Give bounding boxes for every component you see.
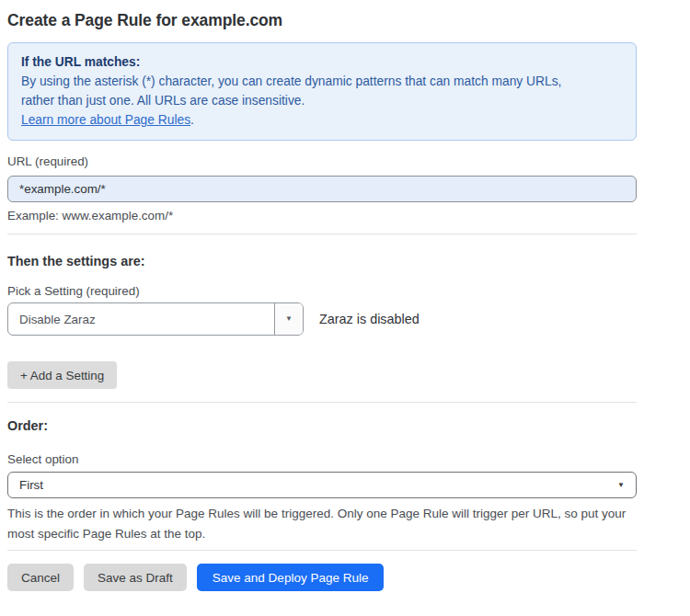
url-input[interactable] [7, 176, 637, 202]
add-setting-button[interactable]: + Add a Setting [7, 361, 117, 389]
setting-picker-label: Pick a Setting (required) [7, 284, 637, 298]
page-rule-form: Create a Page Rule for example.com If th… [0, 0, 637, 591]
url-match-info-box: If the URL matches: By using the asteris… [7, 42, 637, 141]
order-select-value: First [19, 478, 43, 492]
chevron-down-icon: ▼ [285, 315, 293, 323]
page-title: Create a Page Rule for example.com [7, 11, 637, 30]
section-divider [7, 402, 637, 403]
order-helper-line2: most specific Page Rules at the top. [7, 527, 205, 541]
info-box-link-line: Learn more about Page Rules. [21, 110, 623, 130]
order-helper-text: This is the order in which your Page Rul… [7, 504, 637, 544]
setting-select-value: Disable Zaraz [8, 303, 274, 335]
section-divider [7, 234, 637, 234]
save-deploy-button[interactable]: Save and Deploy Page Rule [197, 564, 385, 591]
setting-select-arrow-button[interactable]: ▼ [274, 303, 303, 335]
settings-heading: Then the settings are: [7, 254, 637, 268]
setting-row: Disable Zaraz ▼ Zaraz is disabled [7, 302, 637, 336]
learn-more-link[interactable]: Learn more about Page Rules [21, 113, 190, 127]
chevron-down-icon: ▼ [617, 482, 625, 489]
info-box-body-line2: rather than just one. All URLs are case … [21, 91, 623, 110]
link-suffix: . [190, 113, 194, 127]
order-heading: Order: [7, 418, 637, 433]
setting-state-text: Zaraz is disabled [319, 312, 420, 326]
form-actions: Cancel Save as Draft Save and Deploy Pag… [7, 564, 637, 591]
setting-select[interactable]: Disable Zaraz ▼ [7, 302, 304, 336]
order-select[interactable]: First ▼ [7, 472, 637, 498]
section-divider [7, 550, 637, 551]
info-box-body-line1: By using the asterisk (*) character, you… [21, 72, 623, 91]
info-box-heading: If the URL matches: [21, 52, 623, 72]
cancel-button[interactable]: Cancel [7, 564, 74, 591]
url-label: URL (required) [7, 154, 637, 168]
save-draft-button[interactable]: Save as Draft [84, 564, 187, 591]
order-select-label: Select option [7, 452, 637, 466]
order-helper-line1: This is the order in which your Page Rul… [7, 507, 626, 520]
url-example-helper: Example: www.example.com/* [7, 209, 637, 222]
